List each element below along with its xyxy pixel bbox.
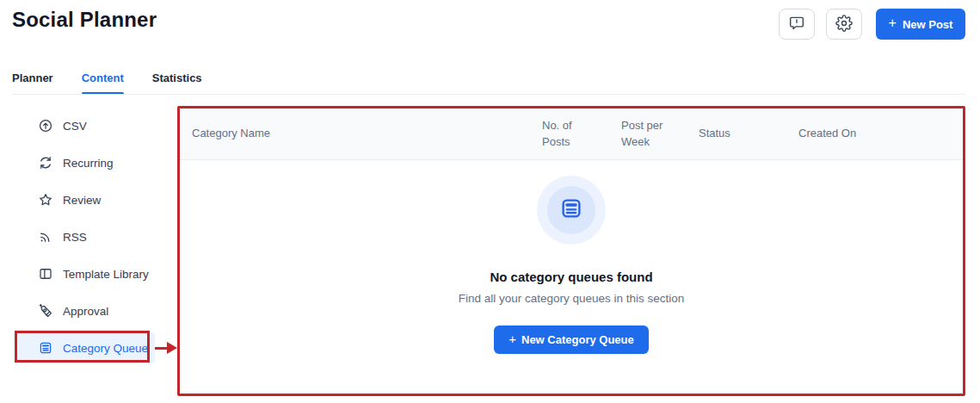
page-title: Social Planner — [12, 8, 157, 32]
new-category-queue-button[interactable]: + New Category Queue — [494, 326, 649, 354]
table-header-row: Category Name No. of Posts Post per Week… — [180, 108, 963, 160]
sidebar-item-label: Recurring — [63, 157, 114, 170]
sidebar-item-rss[interactable]: RSS — [17, 221, 155, 252]
plus-icon: + — [889, 16, 897, 31]
new-category-queue-label: New Category Queue — [521, 333, 634, 346]
content-sidebar: CSV Recurring Review — [17, 110, 155, 369]
plus-icon: + — [508, 332, 516, 346]
tab-divider — [12, 94, 965, 95]
feedback-button[interactable] — [779, 9, 815, 40]
tab-planner[interactable]: Planner — [12, 71, 53, 95]
pen-icon — [38, 303, 53, 319]
settings-button[interactable] — [826, 9, 862, 40]
sidebar-item-template-library[interactable]: Template Library — [17, 258, 155, 289]
annotation-arrow-line — [155, 347, 169, 350]
new-post-label: New Post — [903, 18, 953, 31]
category-queue-panel: Category Name No. of Posts Post per Week… — [177, 106, 965, 396]
layout-panel-icon — [38, 266, 53, 282]
empty-state-subtitle: Find all your category queues in this se… — [459, 292, 685, 305]
queue-icon — [558, 195, 584, 225]
empty-state-icon-circle — [547, 186, 595, 234]
column-header-created-on: Created On — [798, 126, 963, 142]
star-icon — [38, 192, 53, 208]
new-post-button[interactable]: + New Post — [876, 9, 965, 40]
message-bubble-exclamation-icon — [788, 15, 805, 34]
sidebar-item-label: Review — [63, 194, 101, 207]
column-header-post-per-week: Post per Week — [621, 118, 699, 151]
sidebar-item-category-queue[interactable]: Category Queue — [17, 332, 155, 363]
column-header-category-name: Category Name — [180, 126, 542, 142]
tab-statistics[interactable]: Statistics — [152, 71, 202, 95]
social-planner-page: Social Planner + New Post Planner Conten… — [0, 0, 980, 403]
empty-state-icon-halo — [537, 176, 606, 245]
sidebar-item-label: Template Library — [63, 268, 149, 281]
sidebar-item-label: RSS — [63, 231, 87, 244]
refresh-icon — [38, 155, 53, 170]
sidebar-item-approval[interactable]: Approval — [17, 295, 155, 326]
sidebar-item-review[interactable]: Review — [17, 184, 155, 215]
rss-icon — [38, 229, 53, 245]
sidebar-item-label: Category Queue — [63, 342, 148, 355]
annotation-arrow-head-icon — [167, 342, 177, 354]
column-header-status: Status — [699, 126, 798, 142]
sidebar-item-label: CSV — [63, 120, 87, 133]
empty-state-title: No category queues found — [490, 270, 652, 284]
empty-state: No category queues found Find all your c… — [180, 160, 963, 354]
sidebar-item-recurring[interactable]: Recurring — [17, 147, 155, 178]
tab-bar: Planner Content Statistics — [12, 71, 202, 95]
upload-circle-icon — [38, 118, 53, 133]
sidebar-item-csv[interactable]: CSV — [17, 110, 155, 141]
tab-content[interactable]: Content — [82, 71, 124, 95]
gear-icon — [835, 15, 853, 34]
queue-icon — [38, 340, 53, 356]
column-header-no-of-posts: No. of Posts — [542, 118, 621, 151]
sidebar-item-label: Approval — [63, 305, 108, 318]
